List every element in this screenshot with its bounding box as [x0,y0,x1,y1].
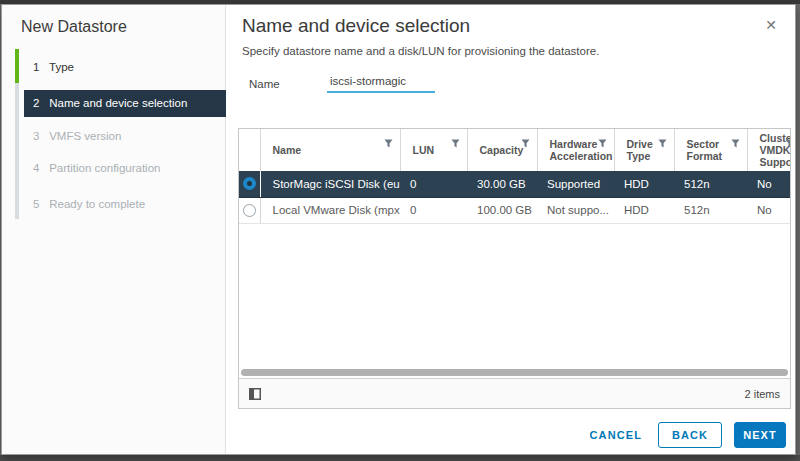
device-table: Name LUN Capacity [239,129,790,224]
close-icon[interactable]: ✕ [765,17,777,33]
step-track-completed-bar [15,49,19,83]
filter-icon[interactable] [521,138,530,150]
cell-capacity: 30.00 GB [467,171,537,197]
cell-drive-type: HDD [614,171,674,197]
step-number: 2 [33,90,46,117]
cell-sector-format: 512n [674,171,747,197]
cell-hardware-acceleration: Supported [537,171,614,197]
wizard-step-partition-configuration: 4 Partition configuration [24,155,226,182]
back-button[interactable]: BACK [658,422,722,448]
column-header-clustered-vmdk-supported[interactable]: Clustered VMDK Supported [747,129,790,171]
cell-lun: 0 [400,197,467,223]
step-label: Ready to complete [49,198,145,210]
page-title: Name and device selection [242,15,470,37]
dialog-title: New Datastore [21,18,127,36]
filter-icon[interactable] [731,138,740,150]
dialog-actions: CANCEL BACK NEXT [590,422,786,448]
page-subtitle: Specify datastore name and a disk/LUN fo… [242,45,599,57]
column-header-capacity[interactable]: Capacity [467,129,537,171]
device-grid: Name LUN Capacity [238,128,791,409]
step-number: 5 [33,191,46,218]
filter-icon[interactable] [598,138,607,150]
radio-column-header [239,129,260,171]
column-header-drive-type[interactable]: Drive Type [614,129,674,171]
wizard-step-vmfs-version: 3 VMFS version [24,123,226,150]
filter-icon[interactable] [451,138,460,150]
cell-hardware-acceleration: Not suppo... [537,197,614,223]
cell-lun: 0 [400,171,467,197]
step-label: Type [49,61,74,73]
items-count: 2 items [745,388,780,400]
horizontal-scrollbar[interactable] [239,367,790,378]
step-number: 4 [33,155,46,182]
wizard-step-ready-to-complete: 5 Ready to complete [24,191,226,218]
wizard-sidebar: New Datastore 1 Type 2 Name and device s… [2,5,226,454]
cell-name: Local VMware Disk (mpx.v... [260,197,400,223]
datastore-name-input[interactable] [327,71,435,93]
screen: New Datastore 1 Type 2 Name and device s… [0,0,800,461]
cell-capacity: 100.00 GB [467,197,537,223]
column-header-name[interactable]: Name [260,129,400,171]
column-header-lun[interactable]: LUN [400,129,467,171]
name-field-label: Name [249,78,280,90]
step-number: 1 [33,54,46,81]
table-row-stormagic-disk[interactable]: StorMagc iSCSI Disk (eui.0... 0 30.00 GB… [239,171,790,197]
next-button[interactable]: NEXT [734,422,786,448]
backdrop-bottom-strip [0,455,800,461]
step-label: VMFS version [49,130,121,142]
scrollbar-thumb[interactable] [241,369,788,376]
table-row-local-vmware-disk[interactable]: Local VMware Disk (mpx.v... 0 100.00 GB … [239,197,790,223]
filter-icon[interactable] [384,138,393,150]
column-header-hardware-acceleration[interactable]: Hardware Acceleration [537,129,614,171]
row-radio-cell [239,171,260,197]
cell-clustered-vmdk: No [747,171,790,197]
wizard-step-type[interactable]: 1 Type [24,54,226,81]
wizard-step-name-and-device-selection[interactable]: 2 Name and device selection [24,90,226,117]
step-number: 3 [33,123,46,150]
grid-footer: 2 items [239,378,790,408]
column-toggle-icon[interactable] [249,388,261,400]
filter-icon[interactable] [785,138,790,150]
device-grid-body: Name LUN Capacity [239,129,790,367]
table-header-row: Name LUN Capacity [239,129,790,171]
cell-clustered-vmdk: No [747,197,790,223]
step-label: Name and device selection [49,97,187,109]
radio-selected[interactable] [243,177,256,190]
cell-name: StorMagc iSCSI Disk (eui.0... [260,171,400,197]
step-label: Partition configuration [49,162,160,174]
cell-sector-format: 512n [674,197,747,223]
row-radio-cell [239,197,260,223]
radio-unselected[interactable] [243,204,256,217]
column-header-sector-format[interactable]: Sector Format [674,129,747,171]
cancel-button[interactable]: CANCEL [590,429,642,441]
new-datastore-dialog: New Datastore 1 Type 2 Name and device s… [1,4,796,455]
cell-drive-type: HDD [614,197,674,223]
filter-icon[interactable] [658,138,667,150]
